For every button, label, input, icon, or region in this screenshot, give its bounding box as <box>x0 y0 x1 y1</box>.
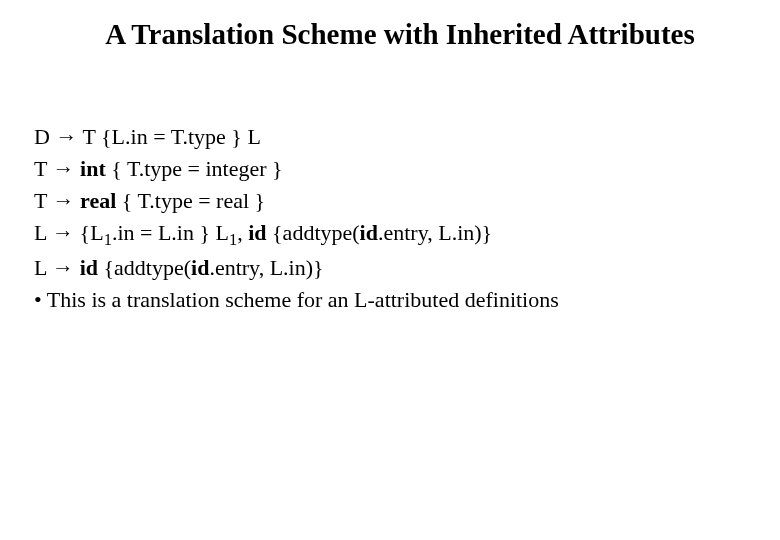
rule-1: D → T {L.in = T.type } L <box>34 121 750 153</box>
slide-body: D → T {L.in = T.type } L T → int { T.typ… <box>30 121 750 316</box>
rule-5: L → id {addtype(id.entry, L.in)} <box>34 252 750 284</box>
keyword-real: real <box>80 188 116 213</box>
keyword-id-2: id <box>360 220 378 245</box>
bullet-note: • This is a translation scheme for an L-… <box>34 284 750 316</box>
rule-4-sub2: 1 <box>229 230 237 249</box>
rule-4-mid2: , <box>237 220 248 245</box>
rule-3-pre: T → <box>34 188 80 213</box>
keyword-id-3: id <box>80 255 98 280</box>
slide: A Translation Scheme with Inherited Attr… <box>0 0 780 540</box>
rule-2-rest: { T.type = integer } <box>106 156 283 181</box>
slide-title: A Translation Scheme with Inherited Attr… <box>30 18 750 51</box>
rule-3: T → real { T.type = real } <box>34 185 750 217</box>
rule-2: T → int { T.type = integer } <box>34 153 750 185</box>
rule-4-mid1: .in = L.in } L <box>112 220 229 245</box>
keyword-id-1: id <box>248 220 266 245</box>
rule-4-rest: .entry, L.in)} <box>378 220 492 245</box>
keyword-int: int <box>80 156 106 181</box>
rule-5-mid: {addtype( <box>98 255 191 280</box>
rule-3-rest: { T.type = real } <box>116 188 265 213</box>
rule-4-pre: L → {L <box>34 220 104 245</box>
keyword-id-4: id <box>191 255 209 280</box>
rule-5-rest: .entry, L.in)} <box>209 255 323 280</box>
rule-2-pre: T → <box>34 156 80 181</box>
rule-5-pre: L → <box>34 255 80 280</box>
rule-4: L → {L1.in = L.in } L1, id {addtype(id.e… <box>34 217 750 252</box>
rule-4-sub1: 1 <box>104 230 112 249</box>
rule-4-mid3: {addtype( <box>267 220 360 245</box>
